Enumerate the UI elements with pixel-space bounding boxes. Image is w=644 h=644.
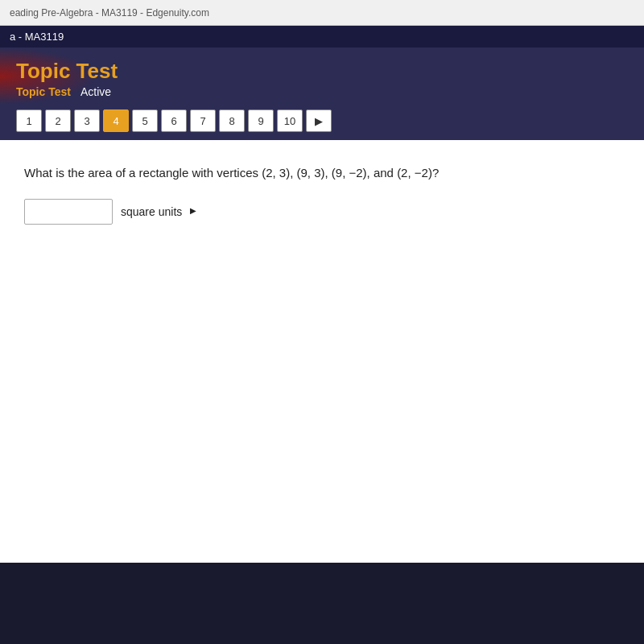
answer-input[interactable] (24, 199, 113, 225)
page-btn-3[interactable]: 3 (74, 109, 100, 132)
question-area: What is the area of a rectangle with ver… (0, 140, 644, 241)
page-btn-8[interactable]: 8 (219, 109, 245, 132)
cursor-icon (190, 206, 198, 217)
question-text: What is the area of a rectangle with ver… (24, 164, 620, 183)
page-btn-5[interactable]: 5 (132, 109, 158, 132)
page-btn-6[interactable]: 6 (161, 109, 187, 132)
answer-row: square units (24, 199, 620, 225)
topic-test-subtitle-row: Topic Test Active (16, 85, 628, 98)
header-section: Topic Test Topic Test Active (0, 47, 644, 105)
breadcrumb: a - MA3119 (10, 31, 64, 43)
page-btn-1[interactable]: 1 (16, 109, 42, 132)
browser-tab-text: eading Pre-Algebra - MA3119 - Edgenuity.… (10, 7, 209, 19)
top-nav-bar: a - MA3119 (0, 26, 644, 47)
page-btn-7[interactable]: 7 (190, 109, 216, 132)
subtitle-status: Active (80, 85, 111, 98)
main-content: Topic Test Topic Test Active 1 2 3 4 5 6… (0, 47, 644, 563)
page-btn-10[interactable]: 10 (277, 109, 303, 132)
page-btn-4[interactable]: 4 (103, 109, 129, 132)
page-btn-2[interactable]: 2 (45, 109, 71, 132)
browser-bar: eading Pre-Algebra - MA3119 - Edgenuity.… (0, 0, 644, 26)
unit-label: square units (121, 205, 182, 218)
page-btn-9[interactable]: 9 (248, 109, 274, 132)
topic-test-title: Topic Test (16, 56, 628, 84)
empty-content-area (0, 241, 644, 563)
subtitle-label: Topic Test (16, 85, 71, 98)
pagination-bar: 1 2 3 4 5 6 7 8 9 10 ▶ (0, 105, 644, 140)
next-page-button[interactable]: ▶ (306, 109, 332, 132)
